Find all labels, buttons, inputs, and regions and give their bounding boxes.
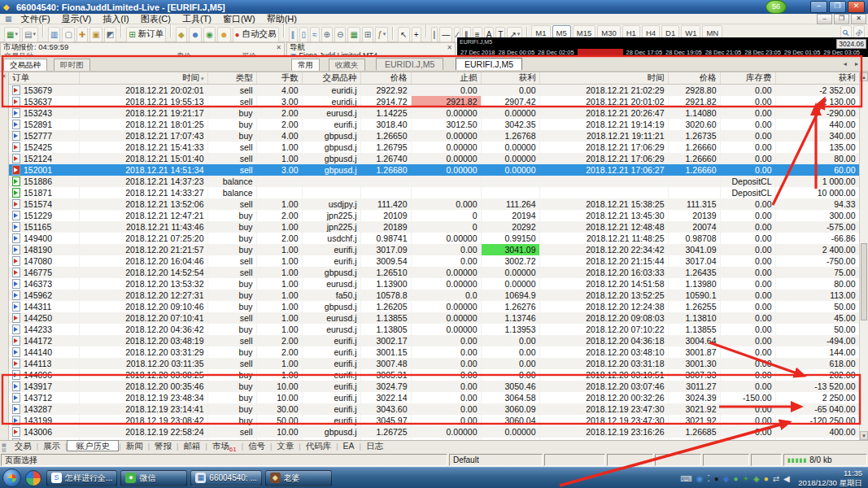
- history-row[interactable]: 1431992018.12.19 23:08:42buy50.00eurifi.…: [9, 415, 859, 426]
- vertical-line-button[interactable]: |: [431, 27, 438, 42]
- menu-item[interactable]: 帮助(H): [261, 14, 303, 24]
- close-icon[interactable]: ✕: [276, 44, 281, 51]
- history-row[interactable]: 1443112018.12.20 09:10:46buy1.00gbpusd.j…: [9, 301, 859, 312]
- bottom-tab-3[interactable]: 新闻: [121, 441, 148, 451]
- scroll-up-icon[interactable]: ▲: [860, 72, 868, 81]
- history-row[interactable]: 1511652018.12.21 11:43:46buy1.00jpn225.j…: [9, 221, 859, 233]
- ime-icon[interactable]: ⁚: [708, 474, 710, 483]
- bottom-tab-4[interactable]: 警报: [150, 441, 177, 451]
- navigator-button[interactable]: ✚: [76, 27, 88, 42]
- column-header-11[interactable]: 获利: [775, 72, 859, 85]
- taskbar-clock[interactable]: 11:35 2018/12/30 星期日: [798, 468, 862, 487]
- menu-item[interactable]: 工具(T): [177, 14, 217, 24]
- green-shield-icon[interactable]: ◈: [753, 474, 760, 483]
- webterminal-button[interactable]: ◉: [203, 27, 216, 42]
- history-row[interactable]: 1520012018.12.21 14:51:34sell3.00gbpusd.…: [9, 164, 859, 176]
- history-row[interactable]: 1518862018.12.21 14:37:23balanceDepositC…: [9, 176, 859, 187]
- terminal-button[interactable]: ▣: [89, 27, 102, 42]
- bottom-tab-1[interactable]: 展示: [38, 441, 65, 451]
- column-header-9[interactable]: 价格: [668, 72, 720, 85]
- sogou-launcher-icon[interactable]: [25, 470, 41, 486]
- chart-tab-0[interactable]: EURIDI.J,M5: [376, 58, 443, 70]
- overlay-badge[interactable]: 56: [765, 0, 787, 14]
- task-wechat[interactable]: ●微信: [120, 470, 187, 486]
- bar-chart-button[interactable]: ∥: [289, 27, 298, 42]
- restore-button[interactable]: ❐: [829, 1, 846, 13]
- scroll-down-icon[interactable]: ▼: [860, 431, 868, 440]
- volume-icon[interactable]: ◀: [783, 474, 790, 483]
- bottom-tab-8[interactable]: 文章: [272, 441, 299, 451]
- history-row[interactable]: 1521242018.12.21 15:01:40sell1.00gbpusd.…: [9, 153, 859, 164]
- indicators-button[interactable]: ƒ▾: [375, 27, 388, 42]
- bottom-tab-10[interactable]: EA: [338, 441, 360, 451]
- column-header-1[interactable]: 时间▾: [79, 72, 207, 85]
- bottom-tab-6[interactable]: 市场61: [207, 441, 242, 451]
- zoom-in-button[interactable]: ⊕: [321, 27, 333, 42]
- market-watch-tab-0[interactable]: 交易品种: [3, 59, 47, 72]
- cursor-button[interactable]: ↖: [398, 27, 409, 42]
- history-row[interactable]: 1527772018.12.21 17:07:43buy4.00gbpusd.j…: [9, 130, 859, 142]
- navigator-tab-1[interactable]: 收藏夹: [329, 59, 365, 72]
- history-row[interactable]: 1515742018.12.21 13:52:06sell1.00usdjpy.…: [9, 198, 859, 210]
- history-row[interactable]: 1467752018.12.20 14:52:54sell1.00gbpusd.…: [9, 267, 859, 278]
- crosshair-button[interactable]: +: [412, 27, 421, 42]
- wechat-tray-icon[interactable]: ●: [734, 474, 739, 483]
- history-row[interactable]: 1470802018.12.20 16:04:46sell1.00eurifi.…: [9, 255, 859, 267]
- mdi-close-button[interactable]: ✕: [851, 14, 866, 24]
- column-header-8[interactable]: 时间: [539, 72, 668, 85]
- history-row[interactable]: 1459622018.12.20 12:27:31buy1.00fa50.j10…: [9, 290, 859, 301]
- sync-icon[interactable]: ⇄: [773, 474, 779, 483]
- close-icon[interactable]: ✕: [0, 73, 8, 80]
- sogou-tray-icon[interactable]: ●: [764, 474, 769, 483]
- candlestick-chart-button[interactable]: ▯: [299, 27, 309, 42]
- history-row[interactable]: 1494002018.12.21 07:25:20buy2.00usdchf.j…: [9, 233, 859, 244]
- accounts-button[interactable]: ☻: [217, 27, 231, 42]
- history-row[interactable]: 1437122018.12.19 23:48:34buy10.00eurifi.…: [9, 392, 859, 403]
- column-header-0[interactable]: 订单: [9, 72, 79, 85]
- bottom-tab-7[interactable]: 信号: [243, 441, 270, 451]
- menu-item[interactable]: 窗口(W): [217, 14, 261, 24]
- bottom-tab-5[interactable]: 邮箱: [178, 441, 205, 451]
- menu-item[interactable]: 插入(I): [97, 14, 134, 24]
- line-chart-button[interactable]: ≈: [310, 27, 320, 42]
- column-header-2[interactable]: 类型: [207, 72, 256, 85]
- start-button[interactable]: [2, 468, 21, 487]
- new-chart-button[interactable]: ▦▾: [4, 27, 20, 42]
- navigator-tab-0[interactable]: 常用: [291, 59, 320, 72]
- market-watch-button[interactable]: ▥: [48, 27, 60, 42]
- history-row[interactable]: 1536372018.12.21 19:55:13sell3.00euridi.…: [9, 96, 859, 107]
- column-header-7[interactable]: 获利: [481, 72, 539, 85]
- minimize-button[interactable]: –: [810, 1, 827, 13]
- history-row[interactable]: 1441402018.12.20 03:31:29buy2.00eurifi.j…: [9, 346, 859, 358]
- menu-item[interactable]: 图表(C): [135, 14, 177, 24]
- history-row[interactable]: 1528912018.12.21 18:01:25buy2.00eurifi.j…: [9, 119, 859, 130]
- security-shield-icon[interactable]: ◆: [723, 474, 730, 483]
- bottom-tab-2[interactable]: 账户历史: [67, 440, 119, 451]
- messenger-icon[interactable]: ◉: [696, 474, 704, 483]
- title-bar[interactable]: ◆ 66004540: FionaJuddLimited-Live - [EUR…: [0, 0, 868, 14]
- status-profile[interactable]: Default: [449, 454, 543, 466]
- tile-windows-button[interactable]: ▦: [347, 27, 360, 42]
- history-row[interactable]: 1532432018.12.21 19:21:17buy2.00eurusd.j…: [9, 107, 859, 119]
- cascade-windows-button[interactable]: ⊞: [362, 27, 373, 42]
- bottom-tab-11[interactable]: 日志: [361, 441, 388, 451]
- task-laopo[interactable]: ◆老婆: [265, 470, 332, 486]
- history-row[interactable]: 1440962018.12.20 03:08:25buy1.00eurifi.j…: [9, 369, 859, 381]
- history-row[interactable]: 1430062018.12.19 22:58:24sell10.00gbpusd…: [9, 426, 859, 438]
- mdi-minimize-button[interactable]: –: [817, 14, 832, 24]
- metaeditor-button[interactable]: ◆: [176, 27, 187, 42]
- history-row[interactable]: 1481902018.12.20 21:21:57buy1.00eurifi.j…: [9, 244, 859, 255]
- bottom-tab-0[interactable]: 交易: [10, 441, 37, 451]
- keyboard-icon[interactable]: ⌨: [680, 474, 691, 483]
- autotrading-button[interactable]: ●自动交易: [233, 27, 279, 42]
- menu-item[interactable]: 文件(F): [15, 14, 56, 24]
- chart-tab-1[interactable]: EURIFI.J,M5: [456, 58, 522, 70]
- market-watch-tab-1[interactable]: 即时图: [54, 59, 90, 72]
- close-button[interactable]: ✕: [848, 1, 865, 13]
- history-row[interactable]: 1442502018.12.20 07:10:41sell1.00eurusd.…: [9, 312, 859, 324]
- column-header-3[interactable]: 手数: [256, 72, 302, 85]
- history-row[interactable]: 1441132018.12.20 03:11:35sell1.00eurifi.…: [9, 358, 859, 369]
- mdi-restore-button[interactable]: ❐: [834, 14, 849, 24]
- history-row[interactable]: 1442332018.12.20 04:36:42buy1.00eurusd.j…: [9, 324, 859, 335]
- column-header-10[interactable]: 库存费: [720, 72, 775, 85]
